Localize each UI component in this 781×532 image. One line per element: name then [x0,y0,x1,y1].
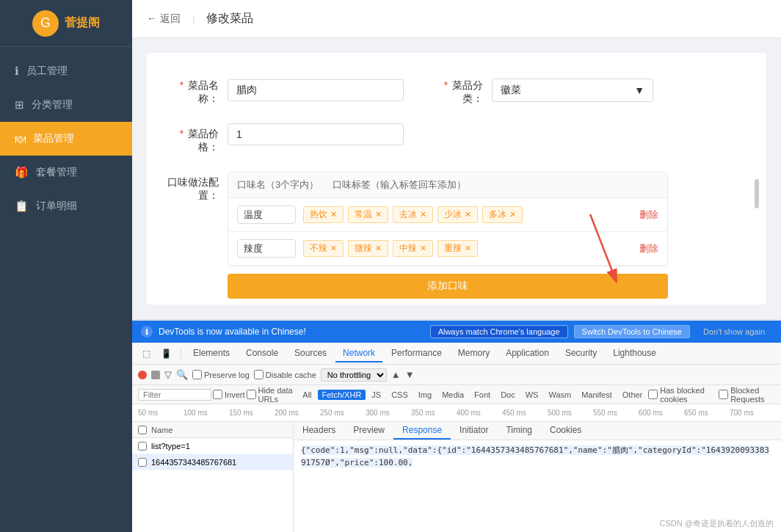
detail-tab-preview[interactable]: Preview [344,422,393,440]
filter-tab-font[interactable]: Font [470,390,495,400]
network-row-detail[interactable]: 1644357343485767681 [132,454,293,470]
back-button[interactable]: ← 返回 [147,12,181,26]
tag-remove-icon[interactable]: ✕ [465,210,471,219]
devtools-icon-phone[interactable]: 📱 [156,347,176,360]
stop-button[interactable] [151,371,160,379]
category-select[interactable]: 徽菜 ▼ [492,79,653,102]
hide-data-urls-checkbox[interactable] [247,390,256,399]
form-row-name-category: * 菜品名称： * 菜品分类： 徽菜 ▼ [161,75,752,106]
tag-remove-icon[interactable]: ✕ [375,210,382,219]
preserve-log-checkbox[interactable] [192,370,202,379]
filter-tab-media[interactable]: Media [437,390,468,400]
filter-tab-all[interactable]: All [298,390,316,400]
invert-checkbox[interactable] [213,390,222,399]
delete-flavor-btn-spicy[interactable]: 删除 [639,242,658,255]
sidebar-item-label: 分类管理 [32,98,73,112]
add-flavor-button[interactable]: 添加口味 [228,274,668,299]
flavor-row-temp: 热饮 ✕ 常温 ✕ 去冰 ✕ 少冰 ✕ 多冰 ✕ 删除 [228,198,667,232]
filter-tabs: Invert Hide data URLs All Fetch/XHR JS C… [132,385,781,404]
tab-network[interactable]: Network [335,345,382,362]
network-detail-panel: Headers Preview Response Initiator Timin… [294,422,781,532]
sidebar-item-dish[interactable]: 🍽 菜品管理 [0,122,132,156]
category-value: 徽菜 [501,84,521,97]
sidebar-item-meal[interactable]: 🎁 套餐管理 [0,156,132,189]
has-blocked-checkbox[interactable] [648,390,658,399]
tab-memory[interactable]: Memory [451,345,497,362]
detail-tab-initiator[interactable]: Initiator [451,422,497,440]
logo-icon: G [32,10,59,37]
tag-remove-icon[interactable]: ✕ [420,210,426,219]
sidebar-item-label: 菜品管理 [33,132,74,145]
filter-tab-img[interactable]: Img [414,390,436,400]
blocked-requests: Blocked Requests [719,386,775,404]
tab-lighthouse[interactable]: Lighthouse [606,345,664,362]
network-toolbar: ▽ 🔍 Preserve log Disable cache No thrott… [132,365,781,385]
delete-flavor-btn-temp[interactable]: 删除 [639,208,658,222]
infobar-dont-show-btn[interactable]: Don't show again [696,326,772,338]
filter-icon[interactable]: ▽ [164,369,172,380]
dish-icon: 🍽 [15,133,26,145]
search-icon[interactable]: 🔍 [176,369,188,380]
tag-remove-icon[interactable]: ✕ [509,210,516,219]
flavor-row-spicy: 不辣 ✕ 微辣 ✕ 中辣 ✕ 重辣 ✕ 删除 [228,232,667,266]
disable-cache-label[interactable]: Disable cache [254,370,316,379]
filter-tab-fetch[interactable]: Fetch/XHR [318,390,366,400]
detail-tab-headers[interactable]: Headers [294,422,344,440]
tab-performance[interactable]: Performance [384,345,449,362]
record-button[interactable] [138,371,147,379]
sidebar-item-order[interactable]: 📋 订单明细 [0,189,132,223]
filter-tab-js[interactable]: JS [367,390,385,400]
timeline-bar: 50 ms 100 ms 150 ms 200 ms 250 ms 300 ms… [132,404,781,422]
sidebar-item-label: 套餐管理 [36,166,77,179]
tab-application[interactable]: Application [498,345,556,362]
sidebar-item-category[interactable]: ⊞ 分类管理 [0,88,132,122]
filter-tab-other[interactable]: Other [618,390,647,400]
filter-tab-manifest[interactable]: Manifest [577,390,617,400]
select-all-checkbox[interactable] [138,426,147,434]
row-checkbox[interactable] [138,458,147,467]
tab-sources[interactable]: Sources [287,345,334,362]
tag-remove-icon[interactable]: ✕ [330,244,337,253]
flavor-name-input-temp[interactable] [237,205,296,224]
sidebar-item-label: 员工管理 [26,65,68,78]
order-icon: 📋 [15,200,29,213]
sidebar-item-employee[interactable]: ℹ 员工管理 [0,54,132,88]
flavor-table-header: 口味名（3个字内） 口味标签（输入标签回车添加） [228,172,667,198]
detail-tab-timing[interactable]: Timing [497,422,541,440]
hide-data-urls-label[interactable]: Hide data URLs [247,386,297,404]
invert-label[interactable]: Invert [213,390,245,399]
dish-name-input[interactable] [228,79,404,101]
infobar-match-lang-btn[interactable]: Always match Chrome's language [430,325,568,338]
tag-remove-icon[interactable]: ✕ [420,244,426,253]
filter-tab-ws[interactable]: WS [521,390,543,400]
preserve-log-label[interactable]: Preserve log [192,370,250,379]
tick-200ms: 200 ms [275,409,320,417]
devtools-icon-cursor[interactable]: ⬚ [138,347,155,360]
tag-remove-icon[interactable]: ✕ [375,244,382,253]
tab-elements[interactable]: Elements [186,345,237,362]
filter-tab-doc[interactable]: Doc [496,390,520,400]
blocked-requests-checkbox[interactable] [719,390,728,399]
tick-550ms: 550 ms [593,409,639,417]
network-row-list[interactable]: list?type=1 [132,438,293,454]
flavor-tag: 重辣 ✕ [437,240,478,257]
throttle-select[interactable]: No throttling [321,368,387,382]
detail-tab-cookies[interactable]: Cookies [541,422,590,440]
tab-console[interactable]: Console [239,345,286,362]
infobar-switch-btn[interactable]: Switch DevTools to Chinese [574,325,690,338]
price-input[interactable] [228,123,404,145]
flavor-tag: 不辣 ✕ [303,240,344,257]
disable-cache-checkbox[interactable] [254,370,264,379]
detail-tab-response[interactable]: Response [393,422,451,440]
filter-tab-css[interactable]: CSS [387,390,413,400]
row-checkbox[interactable] [138,442,147,451]
tag-remove-icon[interactable]: ✕ [330,210,337,219]
dropdown-icon: ▼ [634,84,644,96]
filter-tab-wasm[interactable]: Wasm [544,390,575,400]
filter-input[interactable] [138,389,211,401]
tab-security[interactable]: Security [558,345,604,362]
tick-100ms: 100 ms [184,409,229,417]
network-row-name: 1644357343485767681 [151,458,236,467]
flavor-name-input-spicy[interactable] [237,239,296,258]
tag-remove-icon[interactable]: ✕ [465,244,471,253]
